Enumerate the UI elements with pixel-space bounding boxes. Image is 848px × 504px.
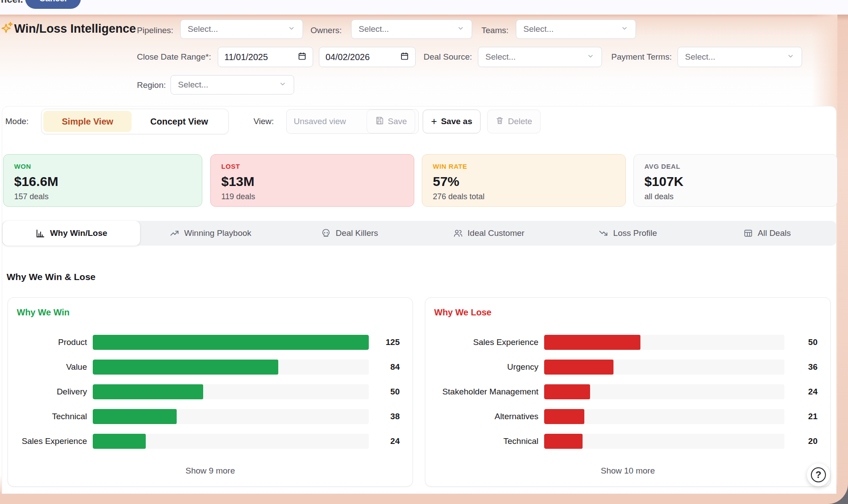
bar-row: Sales Experience 24 xyxy=(8,429,413,454)
payment-terms-placeholder: Select... xyxy=(685,52,716,62)
bar-track xyxy=(93,384,369,399)
tab-loss-profile[interactable]: Loss Profile xyxy=(558,221,697,246)
tab-all-deals[interactable]: All Deals xyxy=(697,221,837,246)
skull-icon xyxy=(321,228,331,238)
bar-row: Technical 20 xyxy=(425,429,830,454)
region-select[interactable]: Select... xyxy=(170,75,294,95)
deal-source-label: Deal Source: xyxy=(424,52,472,62)
chart-title: Why We Lose xyxy=(434,307,492,318)
tab-ideal-customer[interactable]: Ideal Customer xyxy=(419,221,558,246)
close-date-end-input[interactable]: 04/02/2026 xyxy=(319,47,416,67)
show-more-link[interactable]: Show 9 more xyxy=(8,466,413,476)
bar-row: Technical 38 xyxy=(8,404,413,429)
simple-view-toggle[interactable]: Simple View xyxy=(43,111,132,132)
stat-label: AVG DEAL xyxy=(644,163,826,170)
owners-select[interactable]: Select... xyxy=(351,19,472,39)
pipelines-select[interactable]: Select... xyxy=(180,19,303,39)
delete-button[interactable]: Delete xyxy=(487,110,541,133)
owners-placeholder: Select... xyxy=(359,24,389,34)
pipelines-label: Pipelines: xyxy=(137,26,173,35)
why-we-win-card: Why We Win Product 125 Value 84 Delivery… xyxy=(8,297,413,487)
teams-placeholder: Select... xyxy=(523,24,554,34)
save-label: Save xyxy=(388,117,407,126)
table-icon xyxy=(743,228,753,238)
tab-label: Deal Killers xyxy=(336,228,378,238)
bar-track xyxy=(544,409,784,424)
teams-select[interactable]: Select... xyxy=(516,19,636,39)
stat-value: $13M xyxy=(221,174,403,189)
show-more-link[interactable]: Show 10 more xyxy=(425,466,830,476)
sparkles-icon xyxy=(1,21,13,37)
win-loss-intelligence-screen: ncel. Cancel Win/Loss Intelligence Pipel… xyxy=(0,0,848,504)
save-button[interactable]: Save xyxy=(367,110,415,133)
close-date-start-value: 11/01/2025 xyxy=(224,52,268,62)
bar-fill xyxy=(93,360,278,375)
save-as-label: Save as xyxy=(441,117,472,126)
bar-row: Alternatives 21 xyxy=(425,404,830,429)
teams-label: Teams: xyxy=(481,26,508,35)
bar-row: Stakeholder Management 24 xyxy=(425,379,830,404)
region-placeholder: Select... xyxy=(178,80,208,90)
bar-row: Value 84 xyxy=(8,355,413,379)
tab-label: Winning Playbook xyxy=(184,228,251,238)
view-value: Unsaved view xyxy=(294,117,346,126)
bar-fill xyxy=(93,409,177,424)
stat-subtext: 276 deals total xyxy=(433,192,615,201)
bar-track xyxy=(544,384,784,399)
stat-label: WON xyxy=(14,163,191,170)
bar-value: 24 xyxy=(375,436,413,446)
bar-label: Sales Experience xyxy=(8,436,87,446)
trending-up-icon xyxy=(170,228,179,238)
tab-label: Why Win/Lose xyxy=(50,228,107,238)
chart-title: Why We Win xyxy=(17,307,69,318)
page-title: Win/Loss Intelligence xyxy=(14,22,136,36)
help-button[interactable]: ? xyxy=(807,463,830,486)
modal-topbar: ncel. Cancel xyxy=(0,0,848,15)
chevron-down-icon xyxy=(787,52,795,62)
bar-fill xyxy=(93,434,146,449)
tab-label: Loss Profile xyxy=(613,228,657,238)
bar-track xyxy=(93,434,369,449)
chevron-down-icon xyxy=(621,24,628,34)
stat-label: LOST xyxy=(221,163,403,170)
tab-label: All Deals xyxy=(758,228,791,238)
stat-card-avg-deal: AVG DEAL $107K all deals xyxy=(633,154,837,207)
cancel-button[interactable]: Cancel xyxy=(25,0,81,9)
stat-value: 57% xyxy=(433,174,615,189)
calendar-icon[interactable] xyxy=(400,52,409,63)
bar-chart-icon xyxy=(35,228,45,238)
calendar-icon[interactable] xyxy=(298,52,307,63)
concept-view-toggle[interactable]: Concept View xyxy=(132,111,227,132)
deal-source-select[interactable]: Select... xyxy=(478,47,602,67)
stat-label: WIN RATE xyxy=(433,163,615,170)
stat-subtext: all deals xyxy=(644,192,826,201)
stat-card-won: WON $16.6M 157 deals xyxy=(3,154,202,207)
tab-winning-playbook[interactable]: Winning Playbook xyxy=(141,221,280,246)
mode-label: Mode: xyxy=(5,117,29,126)
bar-value: 21 xyxy=(790,412,830,421)
bar-value: 38 xyxy=(375,412,413,421)
save-icon xyxy=(375,116,384,127)
bar-fill xyxy=(93,384,203,399)
payment-terms-select[interactable]: Select... xyxy=(678,47,802,67)
bar-label: Technical xyxy=(425,436,538,446)
section-heading: Why We Win & Lose xyxy=(7,272,95,282)
bar-rows: Product 125 Value 84 Delivery 50 Technic… xyxy=(8,330,413,454)
bar-label: Value xyxy=(8,362,87,372)
bar-value: 36 xyxy=(790,362,830,372)
tab-label: Ideal Customer xyxy=(468,228,525,238)
close-date-start-input[interactable]: 11/01/2025 xyxy=(218,47,313,67)
bar-label: Technical xyxy=(8,412,87,421)
pipelines-placeholder: Select... xyxy=(188,24,218,34)
tab-why-win-lose[interactable]: Why Win/Lose xyxy=(3,221,140,246)
bar-row: Delivery 50 xyxy=(8,379,413,404)
bar-track xyxy=(544,360,784,375)
tab-bar: Why Win/Lose Winning Playbook Deal Kille… xyxy=(2,221,837,246)
bar-value: 50 xyxy=(790,337,830,347)
save-as-button[interactable]: + Save as xyxy=(423,110,481,133)
deal-source-placeholder: Select... xyxy=(485,52,516,62)
tab-deal-killers[interactable]: Deal Killers xyxy=(280,221,419,246)
bar-value: 20 xyxy=(790,436,830,446)
view-label: View: xyxy=(254,117,274,126)
bar-value: 125 xyxy=(375,337,413,347)
